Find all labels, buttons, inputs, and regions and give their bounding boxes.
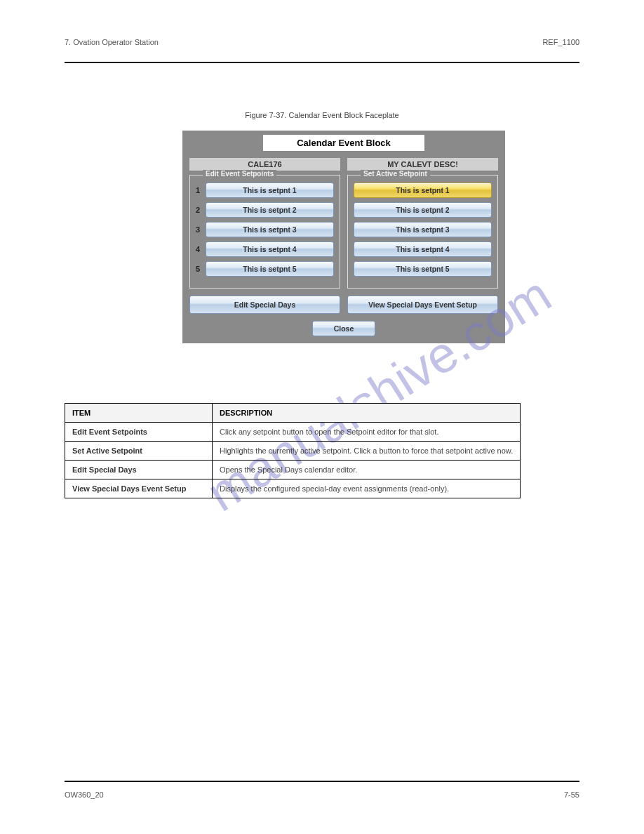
table-header-desc: DESCRIPTION — [213, 404, 521, 423]
setpoint-number: 2 — [196, 206, 206, 214]
active-setpoint-4-button[interactable]: This is setpnt 4 — [354, 241, 492, 257]
setpoint-number: 1 — [196, 186, 206, 194]
close-button[interactable]: Close — [312, 321, 375, 336]
edit-special-days-button[interactable]: Edit Special Days — [189, 296, 340, 314]
edit-setpoint-1-button[interactable]: This is setpnt 1 — [206, 183, 334, 198]
description-table: ITEM DESCRIPTION Edit Event SetpointsCli… — [65, 403, 521, 498]
table-header-name: ITEM — [65, 404, 213, 423]
page-header: 7. Ovation Operator Station REF_1100 — [65, 38, 579, 46]
active-setpoint-1-button[interactable]: This is setpnt 1 — [354, 183, 492, 198]
table-row: View Special Days Event SetupDisplays th… — [65, 479, 521, 498]
footer-page-number: 7-55 — [564, 790, 579, 799]
active-setpoint-2-button[interactable]: This is setpnt 2 — [354, 202, 492, 218]
dialog-title: Calendar Event Block — [263, 135, 424, 151]
active-setpoint-3-button[interactable]: This is setpnt 3 — [354, 222, 492, 237]
edit-setpoint-2-button[interactable]: This is setpnt 2 — [206, 202, 334, 218]
edit-setpoint-5-button[interactable]: This is setpnt 5 — [206, 261, 334, 277]
view-special-days-button[interactable]: View Special Days Event Setup — [347, 296, 498, 314]
table-row: Edit Special DaysOpens the Special Days … — [65, 461, 521, 479]
block-desc-label: MY CALEVT DESC! — [347, 158, 498, 171]
active-column: MY CALEVT DESC! Set Active Setpoint This… — [347, 158, 498, 289]
header-section: 7. Ovation Operator Station — [65, 38, 159, 46]
edit-setpoints-fieldset: Edit Event Setpoints 1This is setpnt 1 2… — [189, 175, 340, 289]
page-footer: OW360_20 7-55 — [65, 790, 579, 799]
figure-caption: Figure 7-37. Calendar Event Block Facepl… — [0, 111, 644, 119]
setpoint-number: 4 — [196, 245, 206, 253]
edit-setpoint-4-button[interactable]: This is setpnt 4 — [206, 241, 334, 257]
edit-legend: Edit Event Setpoints — [203, 170, 276, 178]
setpoint-number: 3 — [196, 225, 206, 234]
block-name-label: CALE176 — [189, 158, 340, 171]
header-rule — [65, 62, 579, 63]
table-row: Edit Event SetpointsClick any setpoint b… — [65, 423, 521, 442]
active-setpoint-5-button[interactable]: This is setpnt 5 — [354, 261, 492, 277]
active-legend: Set Active Setpoint — [361, 170, 430, 178]
active-setpoint-fieldset: Set Active Setpoint This is setpnt 1 Thi… — [347, 175, 498, 289]
calendar-event-dialog: Calendar Event Block CALE176 Edit Event … — [182, 131, 505, 343]
edit-column: CALE176 Edit Event Setpoints 1This is se… — [189, 158, 340, 289]
footer-doc-id: OW360_20 — [65, 790, 104, 799]
setpoint-number: 5 — [196, 265, 206, 273]
edit-setpoint-3-button[interactable]: This is setpnt 3 — [206, 222, 334, 237]
header-ref: REF_1100 — [542, 38, 579, 46]
table-row: Set Active SetpointHighlights the curren… — [65, 442, 521, 461]
footer-rule — [65, 781, 579, 782]
